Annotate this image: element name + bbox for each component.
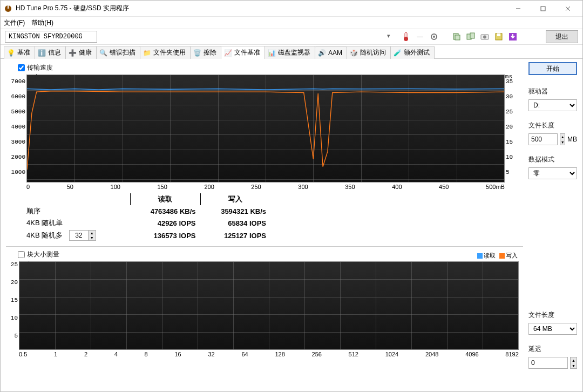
chart2-legend: 读取 写入 bbox=[477, 252, 518, 260]
delay-label: 延迟 bbox=[528, 344, 577, 354]
chart-transfer: MB/s ms 7000 6000 5000 4000 3000 2000 10… bbox=[6, 75, 523, 190]
maximize-button[interactable] bbox=[531, 1, 555, 16]
filelen-label: 文件长度 bbox=[528, 121, 577, 130]
svg-point-7 bbox=[404, 37, 408, 41]
filebench-icon: 📈 bbox=[223, 49, 232, 57]
window-title: HD Tune Pro 5.75 - 硬盘/SSD 实用程序 bbox=[16, 4, 506, 13]
monitor-icon: 📊 bbox=[267, 49, 276, 57]
right-panel: 开始 驱动器 D: 文件长度 ▲▼ MB 数据模式 零 文件长度 64 MB 延… bbox=[528, 62, 577, 388]
chart2-xaxis: 0.512 4816 3264128 2565121024 2048409681… bbox=[19, 351, 519, 357]
chart-blocksize: MB/s 读取 写入 25 20 15 10 5 0.512 4816 3264… bbox=[6, 261, 523, 357]
aam-icon: 🔊 bbox=[317, 49, 326, 57]
bulb-icon: 💡 bbox=[6, 49, 15, 57]
tab-monitor[interactable]: 📊磁盘监视器 bbox=[265, 46, 315, 59]
tab-errorscan[interactable]: 🔍错误扫描 bbox=[96, 46, 140, 59]
drive-letter-select[interactable]: D: bbox=[528, 99, 577, 111]
scan-icon: 🔍 bbox=[99, 49, 107, 57]
tab-erase[interactable]: 🗑️擦除 bbox=[190, 46, 221, 59]
temperature-icon[interactable] bbox=[400, 31, 412, 43]
table-row: 4KB 随机多 ▲▼ 136573 IOPS125127 IOPS bbox=[22, 229, 270, 242]
copy-icon[interactable] bbox=[451, 31, 463, 43]
blocksize-checkbox[interactable] bbox=[18, 251, 25, 258]
svg-rect-11 bbox=[455, 35, 460, 40]
settings-icon[interactable] bbox=[428, 31, 440, 43]
spin-down-icon[interactable]: ▼ bbox=[88, 235, 96, 240]
datamode-label: 数据模式 bbox=[528, 155, 577, 164]
filelen-input[interactable] bbox=[528, 133, 558, 145]
delay-spinner[interactable]: ▲▼ bbox=[570, 357, 577, 369]
chart2-canvas bbox=[19, 261, 519, 350]
tab-strip: 💡基准 ℹ️信息 ➕健康 🔍错误扫描 📁文件夹使用 🗑️擦除 📈文件基准 📊磁盘… bbox=[1, 45, 582, 59]
exit-button[interactable]: 退出 bbox=[546, 30, 578, 43]
info-icon: ℹ️ bbox=[37, 49, 46, 57]
content: 传输速度 MB/s ms 7000 6000 5000 4000 3000 20… bbox=[1, 59, 582, 391]
spin-up-icon[interactable]: ▲ bbox=[88, 231, 96, 235]
screenshot-icon[interactable] bbox=[479, 31, 491, 43]
copy-all-icon[interactable] bbox=[465, 31, 477, 43]
results-table: 读取 写入 顺序4763486 KB/s3594321 KB/s 4KB 随机单… bbox=[22, 193, 523, 242]
svg-point-15 bbox=[483, 36, 486, 39]
filelen2-label: 文件长度 bbox=[528, 310, 577, 320]
tab-extra[interactable]: 🧪额外测试 bbox=[390, 46, 435, 59]
tab-info[interactable]: ℹ️信息 bbox=[35, 46, 66, 59]
filelen2-select[interactable]: 64 MB bbox=[528, 323, 577, 335]
transfer-rate-checkbox[interactable] bbox=[18, 64, 25, 71]
menubar: 文件(F) 帮助(H) bbox=[1, 17, 582, 29]
menu-file[interactable]: 文件(F) bbox=[4, 18, 25, 28]
tab-random[interactable]: 🎲随机访问 bbox=[347, 46, 391, 59]
svg-rect-17 bbox=[497, 33, 500, 36]
temp-value: — bbox=[414, 31, 426, 43]
transfer-rate-check[interactable]: 传输速度 bbox=[18, 63, 523, 72]
queue-depth-spinner[interactable]: ▲▼ bbox=[69, 230, 96, 241]
tab-aam[interactable]: 🔊AAM bbox=[315, 46, 347, 59]
datamode-select[interactable]: 零 bbox=[528, 167, 577, 179]
table-row: 4KB 随机单42926 IOPS65834 IOPS bbox=[22, 217, 270, 229]
toolbar: — 退出 bbox=[1, 29, 582, 45]
close-button[interactable] bbox=[555, 1, 580, 16]
left-pane: 传输速度 MB/s ms 7000 6000 5000 4000 3000 20… bbox=[6, 62, 523, 388]
extra-icon: 🧪 bbox=[393, 49, 402, 57]
save-icon[interactable] bbox=[493, 31, 505, 43]
svg-rect-1 bbox=[8, 5, 9, 9]
folder-icon: 📁 bbox=[143, 49, 151, 57]
minimize-button[interactable] bbox=[506, 1, 531, 16]
start-button[interactable]: 开始 bbox=[528, 62, 577, 75]
tab-benchmark[interactable]: 💡基准 bbox=[4, 46, 35, 59]
drive-label: 驱动器 bbox=[528, 87, 577, 96]
app-icon bbox=[4, 4, 12, 13]
tab-filebench[interactable]: 📈文件基准 bbox=[221, 46, 265, 59]
chart1-xaxis: 050100 150200250 300350400 450500mB bbox=[26, 184, 505, 190]
menu-help[interactable]: 帮助(H) bbox=[31, 18, 53, 28]
random-icon: 🎲 bbox=[349, 49, 358, 57]
tab-health[interactable]: ➕健康 bbox=[65, 46, 97, 59]
download-icon[interactable] bbox=[507, 31, 519, 43]
svg-rect-13 bbox=[470, 33, 474, 38]
chart1-canvas bbox=[26, 75, 505, 183]
delay-input[interactable] bbox=[528, 357, 568, 369]
blocksize-check[interactable]: 块大小测量 bbox=[18, 250, 523, 259]
table-row: 顺序4763486 KB/s3594321 KB/s bbox=[22, 205, 270, 217]
svg-point-9 bbox=[433, 36, 435, 38]
drive-select[interactable] bbox=[5, 31, 97, 43]
tab-folderusage[interactable]: 📁文件夹使用 bbox=[140, 46, 191, 59]
svg-rect-3 bbox=[541, 6, 545, 11]
erase-icon: 🗑️ bbox=[193, 49, 201, 57]
titlebar: HD Tune Pro 5.75 - 硬盘/SSD 实用程序 bbox=[1, 1, 582, 17]
filelen-spinner[interactable]: ▲▼ bbox=[560, 133, 565, 145]
health-icon: ➕ bbox=[68, 49, 77, 57]
